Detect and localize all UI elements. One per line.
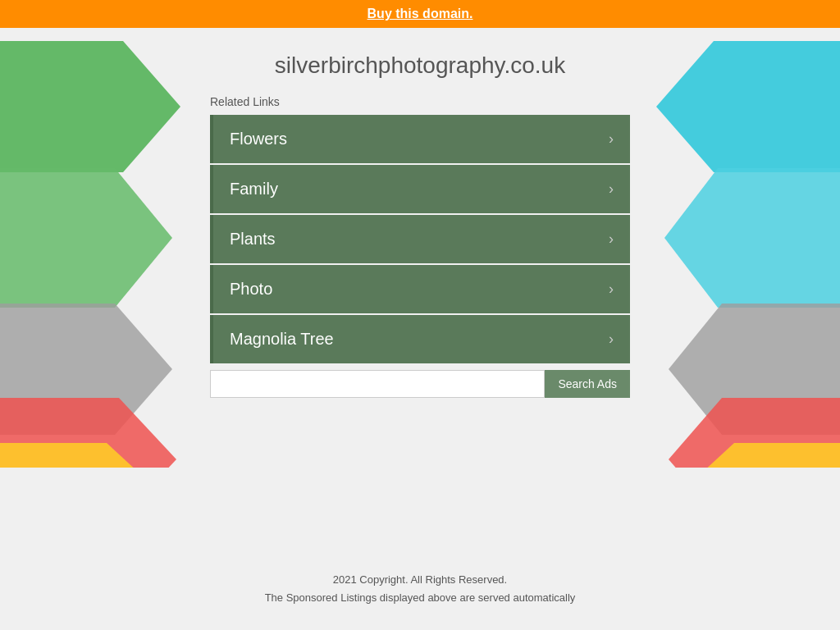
chevron-icon-flowers: › xyxy=(609,130,614,148)
link-item-flowers[interactable]: Flowers › xyxy=(210,115,630,163)
link-label-magnolia: Magnolia Tree xyxy=(230,330,334,349)
search-button[interactable]: Search Ads xyxy=(545,370,630,398)
link-item-magnolia[interactable]: Magnolia Tree › xyxy=(210,315,630,363)
chevron-icon-photo: › xyxy=(609,281,614,298)
footer-disclaimer: The Sponsored Listings displayed above a… xyxy=(215,591,625,605)
buy-domain-link[interactable]: Buy this domain. xyxy=(368,7,473,21)
link-label-flowers: Flowers xyxy=(230,130,287,148)
link-item-family[interactable]: Family › xyxy=(210,165,630,213)
related-links-label: Related Links xyxy=(210,95,630,108)
link-label-photo: Photo xyxy=(230,280,272,299)
related-links-container: Related Links Flowers › Family › Plants … xyxy=(210,95,630,398)
top-banner[interactable]: Buy this domain. xyxy=(0,0,840,28)
chevron-icon-magnolia: › xyxy=(609,331,614,348)
link-item-photo[interactable]: Photo › xyxy=(210,265,630,313)
chevron-icon-family: › xyxy=(609,180,614,198)
search-container: Search Ads xyxy=(210,370,630,398)
chevron-icon-plants: › xyxy=(609,231,614,248)
main-content: silverbirchphotography.co.uk Related Lin… xyxy=(0,28,840,398)
site-title: silverbirchphotography.co.uk xyxy=(275,52,565,79)
search-input[interactable] xyxy=(210,370,545,398)
footer-copyright: 2021 Copyright. All Rights Reserved. xyxy=(0,573,840,586)
footer: 2021 Copyright. All Rights Reserved. The… xyxy=(0,573,840,605)
link-item-plants[interactable]: Plants › xyxy=(210,215,630,263)
link-label-plants: Plants xyxy=(230,230,276,249)
link-label-family: Family xyxy=(230,180,278,199)
